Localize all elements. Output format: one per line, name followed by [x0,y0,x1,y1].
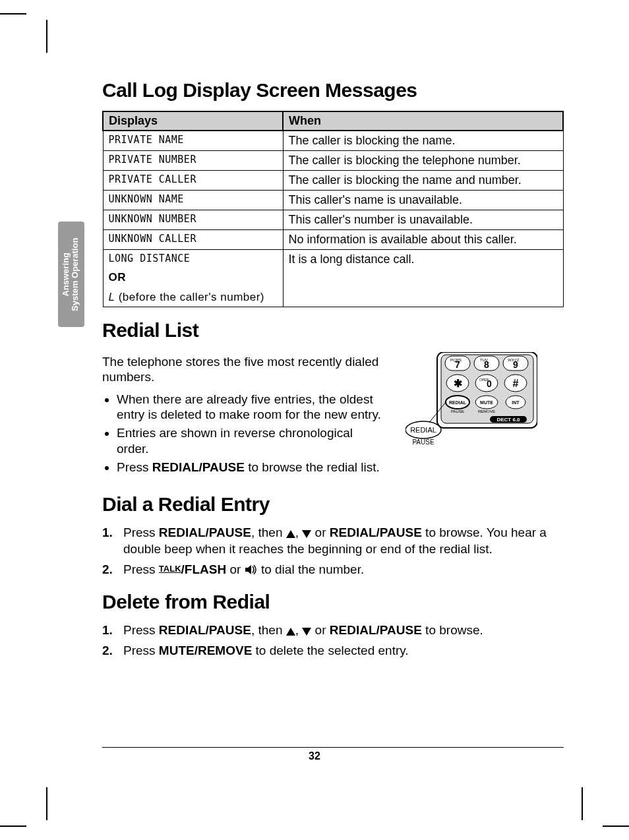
svg-text:#: # [513,378,519,389]
or-text: OR [109,271,278,284]
table-row: UNKNOWN CALLERNo information is availabl… [103,230,563,250]
crop-mark [0,13,26,15]
table-row: PRIVATE NAMEThe caller is blocking the n… [103,131,563,151]
redial-bullets: When there are already five entries, the… [102,392,386,475]
table-header-when: When [283,111,563,131]
when-cell: No information is available about this c… [283,230,563,250]
display-cell: LONG DISTANCE OR L (before the caller's … [103,250,283,307]
svg-text:8: 8 [484,359,489,370]
when-cell: The caller is blocking the name and numb… [283,171,563,191]
when-cell: This caller's number is unavailable. [283,210,563,230]
table-row: PRIVATE NUMBERThe caller is blocking the… [103,151,563,171]
down-arrow-icon [302,530,311,538]
svg-text:PAUSE: PAUSE [451,409,464,413]
table-header-displays: Displays [103,111,283,131]
when-cell: This caller's name is unavailable. [283,191,563,210]
table-row: PRIVATE CALLERThe caller is blocking the… [103,171,563,191]
side-tab: Answering System Operation [58,222,84,327]
up-arrow-icon [286,530,295,538]
svg-text:0: 0 [487,378,492,389]
heading-call-log: Call Log Display Screen Messages [102,79,564,102]
display-cell: PRIVATE CALLER [103,171,283,191]
svg-text:MUTE: MUTE [480,400,493,405]
svg-text:REMOVE: REMOVE [478,409,495,413]
list-item: Press MUTE/REMOVE to delete the selected… [119,643,564,659]
display-text: LONG DISTANCE [109,253,191,264]
svg-text:9: 9 [513,359,518,370]
up-arrow-icon [286,628,295,636]
svg-text:7: 7 [455,359,460,370]
svg-text:REDIAL: REDIAL [449,400,467,405]
when-cell: The caller is blocking the telephone num… [283,151,563,171]
display-cell: UNKNOWN CALLER [103,230,283,250]
display-cell: PRIVATE NUMBER [103,151,283,171]
table-row: UNKNOWN NUMBERThis caller's number is un… [103,210,563,230]
footer-rule [102,747,564,748]
heading-redial-list: Redial List [102,319,564,342]
display-cell: UNKNOWN NAME [103,191,283,210]
list-item: Press REDIAL/PAUSE to browse the redial … [117,460,386,475]
svg-text:PAUSE: PAUSE [412,438,434,446]
svg-text:DECT 6.0: DECT 6.0 [496,417,520,423]
display-sub: L (before the caller's number) [109,291,265,303]
when-cell: It is a long distance call. [283,250,563,307]
crop-mark [46,787,47,820]
list-item: When there are already five entries, the… [117,392,386,423]
speaker-icon [245,563,258,580]
heading-delete-redial: Delete from Redial [102,591,564,613]
crop-mark [46,20,47,53]
display-messages-table: Displays When PRIVATE NAMEThe caller is … [102,111,564,307]
list-item: Entries are shown in reverse chronologic… [117,425,386,457]
delete-redial-steps: Press REDIAL/PAUSE, then , or REDIAL/PAU… [102,622,564,659]
display-cell: PRIVATE NAME [103,131,283,151]
heading-dial-redial: Dial a Redial Entry [102,493,564,516]
list-item: Press TALK/FLASH or to dial the number. [119,562,564,580]
dial-redial-steps: Press REDIAL/PAUSE, then , or REDIAL/PAU… [102,525,564,579]
talk-icon: TALK [159,564,181,574]
list-item: Press REDIAL/PAUSE, then , or REDIAL/PAU… [119,622,564,639]
svg-text:REDIAL: REDIAL [410,426,436,434]
table-row: UNKNOWN NAMEThis caller's name is unavai… [103,191,563,210]
crop-mark [582,787,583,820]
crop-mark [0,825,26,827]
list-item: Press REDIAL/PAUSE, then , or REDIAL/PAU… [119,525,564,557]
svg-text:✱: ✱ [454,378,462,389]
when-cell: The caller is blocking the name. [283,131,563,151]
phone-diagram: PQRS 7 TUV 8 WXYZ 9 ✱ OPER [405,352,537,460]
side-tab-line2: System Operation [71,237,80,311]
page-number: 32 [0,750,629,762]
redial-intro: The telephone stores the five most recen… [102,355,386,385]
display-cell: UNKNOWN NUMBER [103,210,283,230]
crop-mark [603,825,629,827]
svg-text:INT: INT [512,400,520,405]
table-row: LONG DISTANCE OR L (before the caller's … [103,250,563,307]
down-arrow-icon [302,628,311,636]
